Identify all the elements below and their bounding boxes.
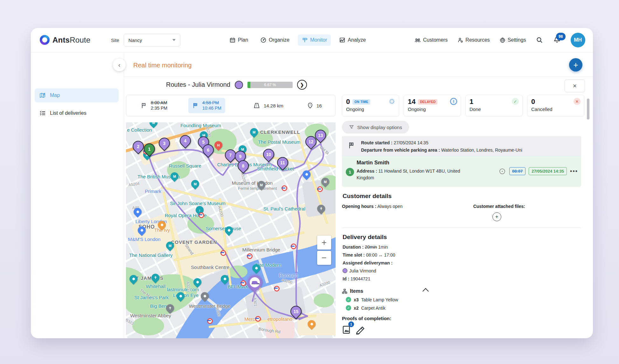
chart-icon xyxy=(339,37,345,43)
nav-settings[interactable]: Settings xyxy=(499,37,526,43)
show-display-options-button[interactable]: Show display options xyxy=(342,121,409,134)
opening-hours-value: Always open xyxy=(377,204,402,209)
nav-customers[interactable]: Customers xyxy=(414,37,448,43)
duration-new: 1min xyxy=(378,244,388,250)
notifications-button[interactable]: 98 xyxy=(553,36,561,44)
start-flag-icon xyxy=(141,102,148,109)
close-panel-button[interactable]: ✕ xyxy=(565,79,585,92)
site-select[interactable]: Nancy xyxy=(124,34,180,46)
stop-menu-button[interactable]: ••• xyxy=(570,168,578,175)
tab-plan[interactable]: Plan xyxy=(226,34,252,46)
map-label: Primark xyxy=(145,189,161,194)
map-label: Westminster Abbey xyxy=(130,313,171,318)
brand-name: AntsRoute xyxy=(52,36,90,45)
photo-count-badge: 1 xyxy=(348,321,354,327)
search-button[interactable] xyxy=(536,36,543,44)
item-row: ✓ x3 Table Lamp Yellow xyxy=(346,297,581,302)
resources-icon xyxy=(457,37,463,43)
customer-details-title: Customer details xyxy=(343,193,581,200)
map-label: Sir John Soane's Museum xyxy=(170,201,226,206)
item-check-icon: ✓ xyxy=(346,297,351,302)
sidebar-item-list-of-deliveries[interactable]: List of deliveries xyxy=(35,106,119,120)
status-card-ongoing-ontime[interactable]: 0 ON TIME Ongoing xyxy=(342,95,399,116)
notification-badge: 98 xyxy=(556,33,566,40)
status-card-ongoing-delayed[interactable]: 14 DELAYED Ongoing ! xyxy=(404,95,461,116)
stop-card-martin-smith[interactable]: 1 Martin Smith Address : 11 Howland St, … xyxy=(342,156,581,187)
items-header[interactable]: Items xyxy=(342,288,447,294)
avatar[interactable]: MH xyxy=(571,33,585,47)
time-slot-line: Time slot : 08:00 ↔ 17:00 xyxy=(343,252,581,258)
end-time-highlight: 4:58 PM 10:46 PM xyxy=(188,98,225,113)
items-sitemap-icon xyxy=(342,289,347,294)
divider xyxy=(124,77,593,77)
map-label: e Collection xyxy=(127,127,152,133)
map-label: St. Paul's Cathedral xyxy=(263,206,305,211)
route-stats-bar: 8:00 AM 2:35 PM 4:58 PM 10:46 PM 14.28 k… xyxy=(126,95,336,116)
alert-icon: ! xyxy=(450,98,457,105)
deliveryman-label: Assigned deliveryman : xyxy=(343,260,393,265)
divider xyxy=(342,228,581,228)
map-label: Somerset House xyxy=(205,226,241,231)
delivery-id-line: Id : 19044721 xyxy=(343,276,581,281)
item-qty: x2 xyxy=(354,306,359,311)
routes-title: Routes - Julia Virmond xyxy=(166,81,230,88)
tab-organize[interactable]: Organize xyxy=(256,34,293,46)
done-count: 1 xyxy=(469,98,473,106)
back-button[interactable]: ‹ xyxy=(113,58,126,71)
customers-icon xyxy=(414,37,421,43)
time-slot-value: 08:00 ↔ 17:00 xyxy=(366,252,395,258)
tab-analyze[interactable]: Analyze xyxy=(335,34,370,46)
status-card-cancelled[interactable]: 0 Cancelled ✕ xyxy=(527,95,584,116)
proof-signature-button[interactable] xyxy=(355,324,365,336)
search-icon xyxy=(536,36,543,44)
zoom-in-button[interactable]: + xyxy=(317,236,331,250)
add-attached-file-button[interactable]: + xyxy=(492,212,501,221)
item-qty: x3 xyxy=(354,297,359,302)
map-label: Westminster Bridge xyxy=(189,303,231,309)
map-label: The National Gallery xyxy=(129,252,173,258)
address-label: Address : xyxy=(357,168,377,174)
map-label: Big Ben xyxy=(150,303,167,309)
header: AntsRoute Site Nancy Plan Organize Monit… xyxy=(31,28,593,52)
deliveryman-value: Julia Virmond xyxy=(349,268,376,273)
map-label: Whitehall xyxy=(146,284,166,289)
opening-hours-label: Opening hours : xyxy=(342,204,376,209)
deliveryman-color-dot xyxy=(343,268,347,273)
route-started-value: 27/05/2024 14:35 xyxy=(394,140,428,145)
locate-target-icon[interactable] xyxy=(498,168,506,175)
delayed-label: Ongoing xyxy=(408,106,457,112)
map-canvas[interactable]: + − e CollectionFoundling MuseumCLERKENW… xyxy=(126,122,336,338)
add-button[interactable]: + xyxy=(569,58,582,72)
map-label: CLERKENWELL xyxy=(260,129,300,135)
site-label: Site xyxy=(111,38,119,43)
sidebar-item-map[interactable]: Map xyxy=(35,88,119,102)
road-icon xyxy=(253,102,261,109)
funnel-icon xyxy=(349,125,354,130)
signature-proof-icon xyxy=(355,324,365,334)
planned-time-badge: 08:07 xyxy=(509,167,525,175)
sidebar: Map List of deliveries xyxy=(31,52,124,338)
departure-value: Waterloo Station, Londres, Royaume-Uni xyxy=(441,148,522,153)
map-icon xyxy=(39,92,46,99)
gauge-icon xyxy=(260,37,267,43)
duration-label: Duration : xyxy=(343,244,364,250)
item-name: Carpet Antik xyxy=(361,306,386,311)
brand-light: Route xyxy=(70,36,90,44)
screen: AntsRoute Site Nancy Plan Organize Monit… xyxy=(0,0,619,364)
cancelled-label: Cancelled xyxy=(531,106,580,112)
proof-photo-button[interactable]: 1 xyxy=(342,324,351,336)
map-label: COVENT GARDEN xyxy=(171,239,217,245)
nav-resources[interactable]: Resources xyxy=(457,37,490,43)
chevron-up-icon[interactable] xyxy=(422,288,429,294)
nav-customers-label: Customers xyxy=(423,37,448,43)
delayed-count: 14 xyxy=(408,98,415,106)
map-label: Foundling Museum xyxy=(180,123,221,128)
zoom-out-button[interactable]: − xyxy=(317,251,331,265)
delivery-id-value: 19044721 xyxy=(351,276,370,281)
attached-files-label: Customer attached files: xyxy=(473,204,525,209)
panel-scrollbar[interactable] xyxy=(587,99,589,120)
tab-monitor[interactable]: Monitor xyxy=(298,34,331,46)
status-card-done[interactable]: 1 Done ✓ xyxy=(465,95,523,116)
next-route-button[interactable]: ❯ xyxy=(297,80,307,90)
calendar-icon xyxy=(229,37,236,43)
